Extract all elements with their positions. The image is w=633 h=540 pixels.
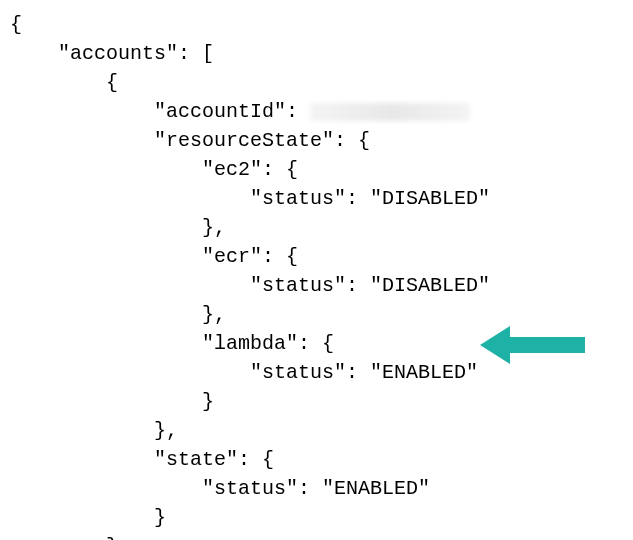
json-code-block: { "accounts": [ { "accountId": "resource… [10,10,623,540]
value-enabled: "ENABLED" [370,361,478,384]
brace-close-comma: }, [202,303,226,326]
key-accounts: "accounts": [58,42,202,65]
key-ec2: "ec2": [202,158,286,181]
redacted-account-id [310,103,470,121]
brace-open: { [358,129,370,152]
bracket-open: [ [202,42,214,65]
key-status: "status": [250,187,370,210]
value-enabled: "ENABLED" [322,477,430,500]
key-lambda: "lambda": [202,332,322,355]
brace-open: { [10,13,22,36]
key-status: "status": [250,361,370,384]
brace-open: { [262,448,274,471]
key-accountId: "accountId": [154,100,310,123]
brace-close-comma: }, [202,216,226,239]
brace-open: { [322,332,334,355]
key-status: "status": [202,477,322,500]
key-ecr: "ecr": [202,245,286,268]
key-status: "status": [250,274,370,297]
brace-close: } [106,535,118,540]
brace-open: { [106,71,118,94]
brace-open: { [286,245,298,268]
key-resourceState: "resourceState": [154,129,358,152]
value-disabled: "DISABLED" [370,187,490,210]
value-disabled: "DISABLED" [370,274,490,297]
brace-close: } [154,506,166,529]
brace-close-comma: }, [154,419,178,442]
key-state: "state": [154,448,262,471]
brace-open: { [286,158,298,181]
brace-close: } [202,390,214,413]
